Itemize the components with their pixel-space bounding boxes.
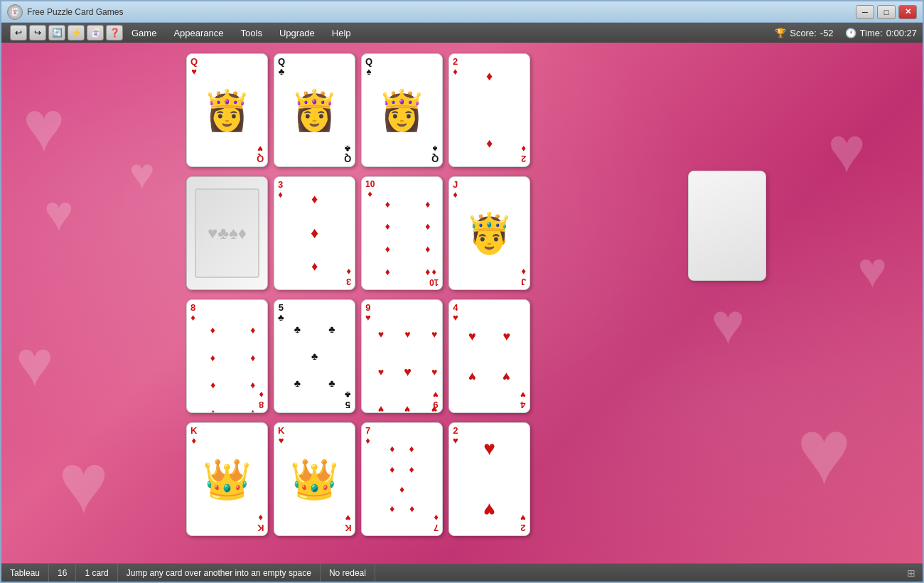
card-q-clubs[interactable]: Q ♣ 👸 Q ♣ — [274, 53, 355, 167]
card-4-hearts[interactable]: 4 ♥ ♥♥ ♥♥ 4 ♥ — [448, 299, 530, 413]
menu-game[interactable]: Game — [123, 25, 165, 41]
card-q-spades[interactable]: Q ♠ 👸 Q ♠ — [361, 53, 443, 167]
status-bar: Tableau 16 1 card Jump any card over ano… — [1, 563, 923, 582]
maximize-button[interactable]: □ — [877, 5, 896, 19]
card-2-diamonds[interactable]: 2 ♦ ♦ ♦ 2 ♦ — [448, 53, 530, 167]
menu-tools[interactable]: Tools — [232, 25, 271, 41]
bg-heart-6: ♥ — [857, 242, 887, 299]
resize-handle[interactable]: ⊞ — [906, 567, 917, 579]
toolbar-btn-5[interactable]: 🃏 — [87, 25, 104, 41]
bg-heart-4: ♥ — [58, 434, 109, 532]
bg-heart-1: ♥ — [23, 85, 65, 167]
time-icon: 🕐 — [845, 28, 856, 38]
card-7-diamonds[interactable]: 7 ♦ ♦♦ ♦♦ ♦ ♦♦ 7 ♦ — [361, 422, 443, 536]
card-j-diamonds[interactable]: J ♦ 🤴 J ♦ — [448, 176, 530, 290]
title-bar-left: 🃏 Free Puzzle Card Games — [7, 4, 123, 20]
card-9-hearts[interactable]: 9 ♥ ♥♥♥ ♥♥♥ ♥♥♥ 9 ♥ — [361, 299, 443, 413]
score-label: Score: — [790, 28, 817, 38]
title-text: Free Puzzle Card Games — [27, 7, 123, 17]
status-redeal: No redeal — [321, 564, 375, 582]
menu-help[interactable]: Help — [323, 25, 360, 41]
card-5-clubs[interactable]: 5 ♣ ♣♣ ♣ ♣♣ 5 ♣ — [274, 299, 355, 413]
window-controls: ─ □ ✕ — [856, 5, 917, 19]
card-back-1[interactable]: ♥♣ ♠♦ — [186, 176, 268, 290]
time-item: 🕐 Time: 0:00:27 — [845, 28, 917, 38]
time-value: 0:00:27 — [886, 28, 917, 38]
toolbar-btn-6[interactable]: ❓ — [106, 25, 123, 41]
score-area: 🏆 Score: -52 🕐 Time: 0:00:27 — [775, 28, 917, 38]
menu-appearance[interactable]: Appearance — [165, 25, 232, 41]
bg-heart-9: ♥ — [129, 149, 155, 198]
card-k-hearts[interactable]: K ♥ 👑 K ♥ — [274, 422, 355, 536]
game-area: ♥ ♥ ♥ ♥ ♥ ♥ ♥ ♥ ♥ Q ♥ 👸 Q ♥ — [1, 43, 923, 563]
window: 🃏 Free Puzzle Card Games ─ □ ✕ ↩ ↪ 🔄 ⚡ 🃏… — [0, 0, 924, 583]
toolbar-btn-2[interactable]: ↪ — [29, 25, 46, 41]
bg-heart-2: ♥ — [44, 185, 74, 242]
floating-card[interactable] — [688, 171, 766, 281]
score-icon: 🏆 — [775, 28, 786, 38]
toolbar-btn-3[interactable]: 🔄 — [48, 25, 65, 41]
status-cards: 1 card — [76, 564, 117, 582]
card-k-diamonds[interactable]: K ♦ 👑 K ♦ — [186, 422, 268, 536]
bg-heart-3: ♥ — [16, 327, 53, 400]
window-icon: 🃏 — [7, 4, 23, 20]
card-8-diamonds[interactable]: 8 ♦ ♦♦ ♦♦ ♦♦ ♦♦ 8 ♦ — [186, 299, 268, 413]
close-button[interactable]: ✕ — [898, 5, 917, 19]
card-q-hearts[interactable]: Q ♥ 👸 Q ♥ — [186, 53, 268, 167]
card-3-diamonds[interactable]: 3 ♦ ♦ ♦ ♦ 3 ♦ — [274, 176, 355, 290]
menu-upgrade[interactable]: Upgrade — [271, 25, 323, 41]
cards-container: Q ♥ 👸 Q ♥ Q ♣ 👸 — [186, 53, 530, 540]
title-bar: 🃏 Free Puzzle Card Games ─ □ ✕ — [1, 1, 923, 23]
bg-heart-8: ♥ — [711, 292, 746, 357]
card-2-hearts[interactable]: 2 ♥ ♥ ♥ 2 ♥ — [448, 422, 530, 536]
status-count: 16 — [49, 564, 76, 582]
bg-heart-5: ♥ — [828, 114, 866, 187]
minimize-button[interactable]: ─ — [856, 5, 874, 19]
toolbar-btn-1[interactable]: ↩ — [10, 25, 27, 41]
status-mode: Tableau — [7, 564, 49, 582]
toolbar: ↩ ↪ 🔄 ⚡ 🃏 ❓ — [7, 25, 123, 41]
status-hint: Jump any card over another into an empty… — [118, 564, 321, 582]
toolbar-btn-4[interactable]: ⚡ — [68, 25, 85, 41]
score-value: -52 — [820, 28, 834, 38]
menu-bar: ↩ ↪ 🔄 ⚡ 🃏 ❓ Game Appearance Tools Upgrad… — [1, 23, 923, 43]
bg-heart-7: ♥ — [797, 398, 852, 505]
time-label: Time: — [860, 28, 883, 38]
card-10-diamonds[interactable]: 10 ♦ ♦♦ ♦♦ ♦♦ ♦♦ ♦♦ 10 ♦ — [361, 176, 443, 290]
score-item: 🏆 Score: -52 — [775, 28, 833, 38]
